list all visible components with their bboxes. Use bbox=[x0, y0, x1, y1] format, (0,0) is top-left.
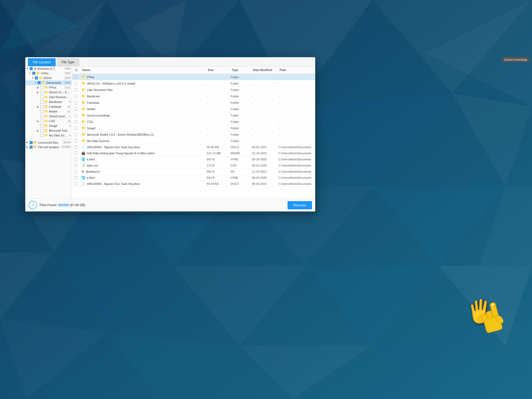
sidebar-item-snagit[interactable]: 📁 Snagit 4 bbox=[25, 123, 72, 128]
sidebar-item-admin[interactable]: ▼ – 📁 Admin 2289 bbox=[25, 76, 72, 80]
tree-checkbox-snagit[interactable] bbox=[40, 124, 43, 127]
row-checkbox[interactable] bbox=[74, 133, 77, 136]
row-checkbox[interactable] bbox=[74, 95, 77, 98]
row-checkbox[interactable] bbox=[74, 88, 77, 92]
tree-checkbox-file-lost[interactable]: – bbox=[30, 146, 33, 149]
row-check-cell[interactable] bbox=[74, 107, 81, 111]
sidebar-item-my-data-sources[interactable]: 📁 My Data Sources 4 bbox=[25, 133, 72, 138]
table-row[interactable]: 📁 Bandicam -- Folder -- -- bbox=[72, 93, 315, 99]
row-check-cell[interactable] bbox=[74, 120, 81, 123]
table-row[interactable]: 📁 My Data Sources -- Folder -- -- bbox=[72, 138, 315, 144]
tree-checkbox-windows-c[interactable]: – bbox=[30, 67, 33, 70]
sidebar-item-documents[interactable]: ▼ – 📁 Documents 2289 bbox=[25, 80, 72, 85]
table-row[interactable]: 📁 Microsoft Toolkit 2.6.5 - Active Windo… bbox=[72, 131, 315, 138]
sidebar-label-camtasia: Camtasia bbox=[49, 105, 67, 108]
row-checkbox[interactable] bbox=[74, 170, 77, 173]
row-checkbox[interactable] bbox=[74, 164, 77, 167]
recover-button[interactable]: Recover bbox=[288, 201, 312, 209]
tree-checkbox-my-data[interactable] bbox=[40, 134, 43, 137]
sidebar-item-ms-toolkit[interactable]: ▶ 📁 Microsoft Toolki… bbox=[25, 128, 72, 133]
sidebar-item-file-lost[interactable]: ▶ – 📂 File lost location 622960 bbox=[25, 145, 72, 149]
table-row[interactable]: 📁 Camtasia -- Folder -- -- bbox=[72, 99, 315, 106]
row-checkbox[interactable] bbox=[74, 127, 77, 130]
file-type-cell: Folder bbox=[231, 127, 252, 130]
tree-checkbox-documents[interactable]: – bbox=[38, 81, 41, 84]
row-checkbox[interactable] bbox=[74, 101, 77, 104]
tab-file-location[interactable]: File Location bbox=[28, 58, 56, 66]
tab-file-type[interactable]: File Type bbox=[57, 58, 79, 66]
sidebar-item-win10[interactable]: ▶ 📁 Win10.Vn – KMS… bbox=[25, 90, 72, 95]
tree-checkbox-unsourced[interactable]: – bbox=[30, 141, 33, 144]
row-check-cell[interactable] bbox=[74, 139, 81, 143]
row-checkbox[interactable] bbox=[74, 152, 77, 155]
row-check-cell[interactable] bbox=[74, 182, 81, 185]
tree-checkbox-css[interactable] bbox=[40, 119, 43, 123]
tree-checkbox-zalo[interactable] bbox=[40, 95, 43, 99]
tree-checkbox-users[interactable]: – bbox=[32, 72, 35, 75]
sidebar-item-zalo[interactable]: 📁 Zalo Received Fil… bbox=[25, 95, 72, 99]
file-type-cell: Folder bbox=[231, 88, 252, 92]
file-name-text: desktop.ini bbox=[86, 170, 100, 173]
table-row[interactable]: 📁 Adobe -- Folder -- -- bbox=[72, 106, 315, 112]
sidebar-item-fplus[interactable]: ▶ 📁 FPlus 2141 bbox=[25, 85, 72, 90]
sidebar-item-css[interactable]: ▶ 📁 CSS 16 bbox=[25, 119, 72, 123]
row-check-cell[interactable] bbox=[74, 95, 81, 98]
row-checkbox[interactable] bbox=[74, 114, 77, 117]
row-check-cell[interactable] bbox=[74, 114, 81, 117]
tree-checkbox-ms-toolkit[interactable] bbox=[40, 129, 43, 132]
folder-row-icon: 📁 bbox=[81, 101, 86, 105]
header-checkbox[interactable]: ☐ bbox=[75, 68, 78, 72]
table-row[interactable]: ⚙ desktop.ini 402 B INI 11-23-2021 C:/Us… bbox=[72, 169, 315, 175]
table-row[interactable]: 📝 style.css 273 B CSS 09-24-2020 C:/User… bbox=[72, 163, 315, 169]
table-row[interactable]: 🌐 a.html 933 B HTML 09-24-2020 C:/Users/… bbox=[72, 175, 315, 181]
tree-checkbox-bandicam[interactable] bbox=[40, 100, 43, 103]
table-row[interactable]: 📄 185120400 - Nguyen Duc Tuan Huy.docx 5… bbox=[72, 181, 315, 187]
app-window: File Location File Type ▼ – 🖥 Windows (C… bbox=[25, 57, 315, 211]
sidebar-item-unsourced[interactable]: ▶ – 📂 Unsourced files 39700 bbox=[25, 140, 72, 145]
row-checkbox[interactable] bbox=[74, 158, 77, 161]
sidebar-item-windows-c[interactable]: ▼ – 🖥 Windows (C:) 2289 bbox=[25, 66, 72, 71]
row-checkbox[interactable] bbox=[74, 82, 77, 85]
table-row[interactable]: 📁 CSS -- Folder -- -- bbox=[72, 119, 315, 125]
sidebar-item-users[interactable]: ▼ – 📁 Users 2289 bbox=[25, 71, 72, 76]
tree-checkbox-fplus[interactable] bbox=[40, 86, 43, 89]
row-checkbox[interactable] bbox=[74, 176, 77, 179]
row-checkbox[interactable] bbox=[74, 120, 77, 123]
row-checkbox[interactable] bbox=[74, 146, 77, 149]
row-check-cell[interactable] bbox=[74, 146, 81, 149]
row-check-cell[interactable] bbox=[74, 133, 81, 136]
table-row[interactable]: 📁 Zalo Received Files -- Folder -- -- bbox=[72, 87, 315, 93]
table-row[interactable]: 📄 185120400 - Nguyen Duc Tuan Huy.docx 5… bbox=[72, 144, 315, 150]
row-checkbox[interactable] bbox=[74, 76, 77, 79]
row-check-cell[interactable] bbox=[74, 101, 81, 104]
table-row[interactable]: 📁 Sound recordings -- Folder -- -- bbox=[72, 112, 315, 119]
table-row[interactable]: 🎬 Giới thiệu không gian Trung Nguyên E-C… bbox=[72, 150, 315, 156]
tree-checkbox-win10[interactable] bbox=[40, 91, 43, 94]
row-check-cell[interactable] bbox=[74, 170, 81, 173]
row-check-cell[interactable] bbox=[74, 152, 81, 155]
row-check-cell[interactable] bbox=[74, 127, 81, 130]
row-check-cell[interactable] bbox=[74, 82, 81, 85]
row-check-cell[interactable] bbox=[74, 88, 81, 92]
tree-checkbox-camtasia[interactable] bbox=[40, 105, 43, 108]
row-check-cell[interactable] bbox=[74, 158, 81, 161]
tree-checkbox-admin[interactable]: – bbox=[35, 76, 38, 80]
table-row[interactable]: 📁 Win10.Vn – KMSpico_v10.2.0_Install -- … bbox=[72, 80, 315, 87]
row-check-cell[interactable] bbox=[74, 176, 81, 179]
tree-checkbox-sound[interactable] bbox=[40, 115, 43, 118]
file-name-cell: 📁 Microsoft Toolkit 2.6.5 - Active Windo… bbox=[81, 132, 207, 136]
table-row[interactable]: 📁 Snagit -- Folder -- -- bbox=[72, 125, 315, 131]
table-row[interactable]: 🌐 a.html 933 B HTML 09-24-2020 C:/Users/… bbox=[72, 156, 315, 163]
row-checkbox[interactable] bbox=[74, 107, 77, 111]
sidebar-count-windows-c: 2289 bbox=[65, 67, 70, 70]
tree-checkbox-adobe[interactable] bbox=[40, 110, 43, 113]
row-checkbox[interactable] bbox=[74, 139, 77, 143]
table-row[interactable]: 📁 FPlus -- Folder -- -- bbox=[72, 74, 315, 80]
sidebar-item-adobe[interactable]: 📁 Adobe 81 bbox=[25, 109, 72, 114]
sidebar-item-camtasia[interactable]: ▶ 📁 Camtasia 16 bbox=[25, 104, 72, 109]
row-check-cell[interactable] bbox=[74, 164, 81, 167]
row-check-cell[interactable] bbox=[74, 76, 81, 79]
row-checkbox[interactable] bbox=[74, 182, 77, 185]
sidebar-item-bandicam[interactable]: 📁 Bandicam 8 bbox=[25, 99, 72, 104]
sidebar-item-sound-recordings[interactable]: 📁 Sound recordings 1 bbox=[25, 114, 72, 119]
